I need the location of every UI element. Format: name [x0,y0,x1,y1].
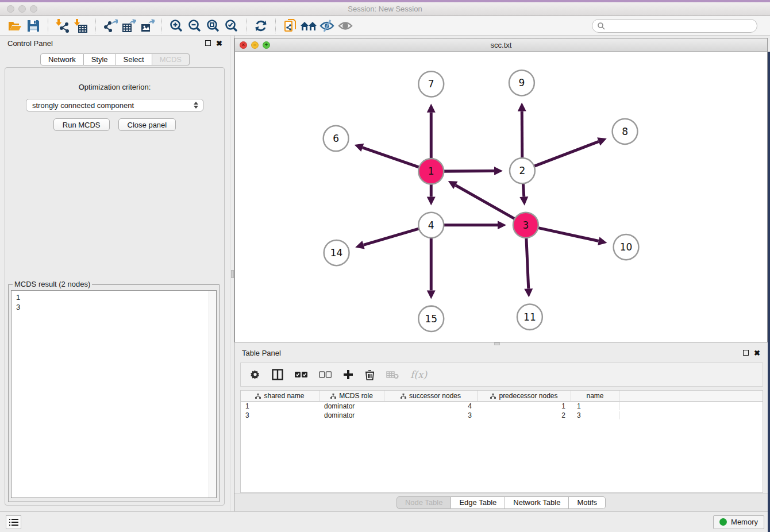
select-all-icon[interactable] [295,371,307,378]
column-header-name[interactable]: name [571,391,619,401]
graph-edge-2-9[interactable] [522,111,522,160]
export-network-icon[interactable] [101,17,120,34]
attribute-tree-icon [255,394,261,399]
graph-edge-1-2[interactable] [442,171,494,172]
close-panel-button[interactable]: Close panel [118,118,176,131]
table-header-row: shared name MCDS role successor nodes pr… [241,391,763,402]
splitter-handle[interactable] [231,270,234,278]
toolbar-separator [275,18,276,33]
refresh-icon[interactable] [252,17,270,34]
hide-selected-icon[interactable] [318,17,336,34]
search-icon [597,22,605,32]
result-line: 1 [16,292,211,302]
tab-edge-table[interactable]: Edge Table [451,496,505,509]
save-session-icon[interactable] [24,17,43,34]
memory-label: Memory [731,518,758,526]
control-panel-tabs: Network Style Select MCDS [0,53,230,65]
task-history-button[interactable] [6,515,21,529]
attribute-tree-icon [490,394,496,399]
show-all-icon[interactable] [336,17,355,34]
table-row[interactable]: 3 dominator 3 2 3 [241,411,763,420]
splitter-handle[interactable] [494,342,500,345]
optimization-criterion-label: Optimization criterion: [5,83,224,91]
list-icon [9,518,18,526]
main-toolbar [0,16,770,36]
function-builder-icon[interactable]: f(x) [410,369,427,380]
criterion-select[interactable]: strongly connected component [26,99,203,111]
column-header-mcds-role[interactable]: MCDS role [319,391,384,401]
mcds-result-group: MCDS result (2 nodes) 1 3 [8,284,220,502]
window-title: Session: New Session [0,5,770,13]
table-row[interactable]: 1 dominator 4 1 1 [241,402,763,411]
delete-column-icon[interactable] [365,369,375,380]
cell-mcds-role: dominator [319,402,384,410]
graph-edge-1-6[interactable] [363,148,421,168]
float-panel-icon[interactable] [205,40,211,46]
graph-edge-3-11[interactable] [526,236,529,289]
import-table-icon[interactable] [72,17,90,34]
cell-predecessor-nodes: 1 [478,402,571,410]
graph-edge-3-1[interactable] [456,185,517,219]
mcds-result-title: MCDS result (2 nodes) [13,280,92,288]
graph-edge-3-10[interactable] [536,228,598,241]
zoom-out-icon[interactable] [186,17,204,34]
tab-style[interactable]: Style [84,53,116,65]
zoom-in-icon[interactable] [167,17,186,34]
graph-edge-2-8[interactable] [533,141,599,167]
graph-node-label: 6 [333,133,339,144]
column-header-predecessor-nodes[interactable]: predecessor nodes [478,391,571,401]
clone-network-icon[interactable] [281,17,299,34]
desktop-edge-right [768,52,770,532]
unselect-all-icon[interactable] [319,371,332,378]
search-input[interactable] [592,19,757,33]
float-panel-icon[interactable] [743,350,749,356]
graph-node-label: 2 [519,165,526,176]
tab-network-table[interactable]: Network Table [505,496,569,509]
close-panel-icon[interactable]: ✖ [216,40,222,47]
graph-edge-arrowhead [519,196,528,206]
mcds-panel: Optimization criterion: strongly connect… [5,67,225,506]
graph-node-label: 3 [523,219,529,231]
tab-mcds[interactable]: MCDS [152,53,190,65]
zoom-fit-icon[interactable] [204,17,222,34]
tab-select[interactable]: Select [116,53,152,65]
column-header-successor-nodes[interactable]: successor nodes [384,391,478,401]
result-line: 3 [16,302,211,312]
zoom-selected-icon[interactable] [222,17,241,34]
graph-edge-arrowhead [355,241,364,249]
control-panel-header: Control Panel ✖ [0,36,230,51]
horizontal-splitter[interactable] [234,342,768,345]
table-tab-strip: Node Table Edge Table Network Table Moti… [234,493,768,511]
graph-edge-4-14[interactable] [364,228,421,245]
show-columns-icon[interactable] [272,369,283,380]
result-scrollbar[interactable] [209,291,216,498]
graph-node-label: 7 [428,78,434,90]
export-table-icon[interactable] [120,17,138,34]
run-mcds-button[interactable]: Run MCDS [53,118,110,131]
export-image-icon[interactable] [138,17,156,34]
column-settings-icon[interactable] [250,369,260,380]
cell-successor-nodes: 3 [384,411,478,419]
tab-motifs[interactable]: Motifs [569,496,606,509]
home-layout-icon[interactable] [299,17,318,34]
mcds-result-text[interactable]: 1 3 [11,290,217,498]
cell-name: 1 [571,402,619,410]
window-titlebar: Session: New Session [0,2,770,16]
vertical-splitter[interactable] [230,36,234,511]
import-network-icon[interactable] [53,17,72,34]
graph-node-label: 11 [523,311,536,323]
open-session-icon[interactable] [6,17,24,34]
toolbar-separator [246,18,247,33]
destroy-table-icon[interactable] [386,370,399,379]
column-header-shared-name[interactable]: shared name [241,391,319,401]
memory-button[interactable]: Memory [713,515,764,529]
cell-predecessor-nodes: 2 [478,411,571,419]
create-column-icon[interactable] [343,369,353,380]
cell-mcds-role: dominator [319,411,384,419]
tab-network[interactable]: Network [40,53,84,65]
graph-edge-arrowhead [427,290,436,299]
close-panel-icon[interactable]: ✖ [754,349,760,357]
network-canvas[interactable]: 7968124314101511 [235,52,767,342]
tab-node-table[interactable]: Node Table [396,496,452,509]
toolbar-separator [161,18,162,33]
